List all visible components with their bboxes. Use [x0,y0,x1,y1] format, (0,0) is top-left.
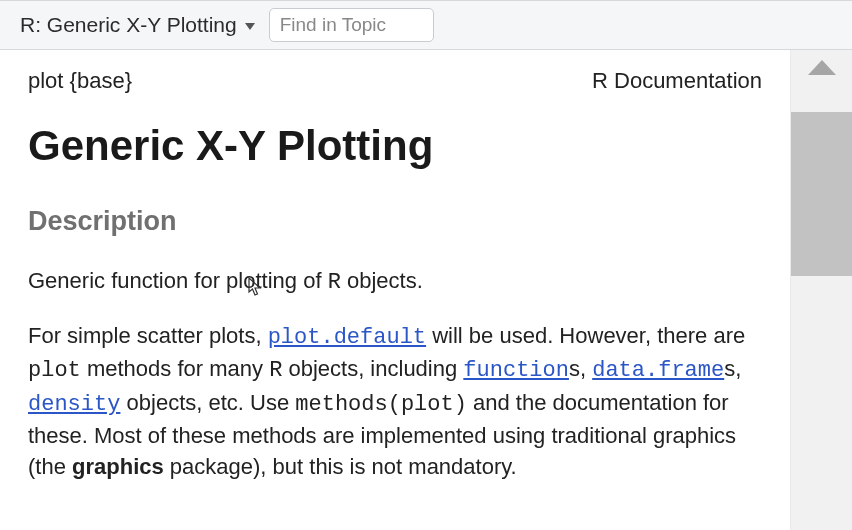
page-title: Generic X-Y Plotting [28,122,762,170]
content-area: plot {base} R Documentation Generic X-Y … [0,50,790,530]
topic-title-text: R: Generic X-Y Plotting [20,13,237,37]
text: Generic function for plotting of [28,268,328,293]
scroll-up-button[interactable] [791,60,852,75]
code-methods-plot: methods(plot) [295,392,467,417]
body: plot {base} R Documentation Generic X-Y … [0,50,852,530]
description-para-1: Generic function for plotting of R objec… [28,265,762,298]
caret-down-icon [245,23,255,30]
package-label: plot {base} [28,68,132,94]
code-r: R [328,270,341,295]
text: s, [569,356,592,381]
text: methods for many [81,356,269,381]
link-density[interactable]: density [28,392,120,417]
doc-label: R Documentation [592,68,762,94]
topic-dropdown[interactable]: R: Generic X-Y Plotting [20,13,255,37]
text: For simple scatter plots, [28,323,268,348]
link-plot-default[interactable]: plot.default [268,325,426,350]
link-data-frame[interactable]: data.frame [592,358,724,383]
meta-row: plot {base} R Documentation [28,68,762,94]
scroll-thumb[interactable] [791,112,852,276]
code-plot: plot [28,358,81,383]
find-in-topic-input[interactable] [269,8,434,42]
topbar: R: Generic X-Y Plotting [0,0,852,50]
scrollbar[interactable] [790,50,852,530]
bold-graphics: graphics [72,454,164,479]
text: objects, etc. Use [120,390,295,415]
text: package), but this is not mandatory. [164,454,517,479]
link-function[interactable]: function [463,358,569,383]
text: s, [724,356,741,381]
code-r: R [269,358,282,383]
text: objects, including [282,356,463,381]
text: will be used. However, there are [426,323,745,348]
chevron-up-icon [808,60,836,75]
description-heading: Description [28,206,762,237]
description-para-2: For simple scatter plots, plot.default w… [28,320,762,482]
text: objects. [341,268,423,293]
